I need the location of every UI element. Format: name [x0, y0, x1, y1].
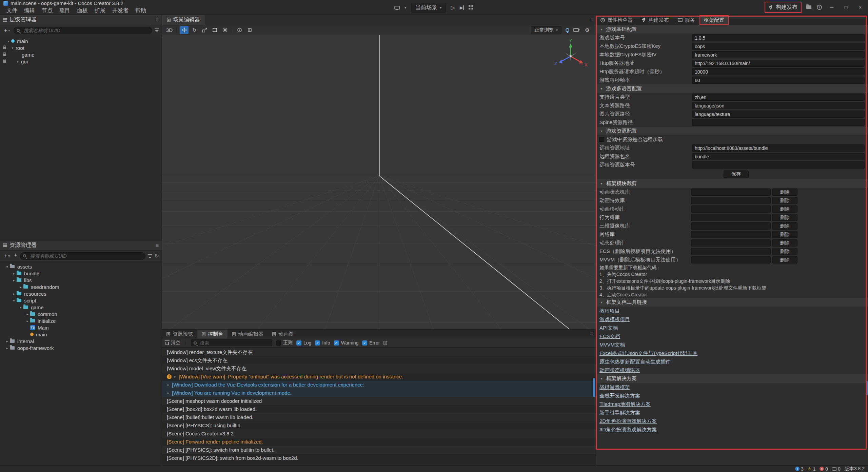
delete-button[interactable]: 删除 [772, 239, 797, 247]
inspector-scrollbar[interactable] [866, 381, 868, 395]
close-button[interactable]: × [856, 5, 865, 10]
doc-link[interactable]: 原生包热更新配置自动生成插件 [596, 357, 868, 366]
scene-settings-button[interactable]: ⚙ [583, 26, 592, 34]
doc-link[interactable]: API文档 [596, 323, 868, 332]
tab-animation-graph[interactable]: 动画图 [268, 330, 298, 338]
solution-link[interactable]: Tiledmap地图解决方案 [596, 400, 868, 408]
delete-button[interactable]: 删除 [772, 197, 797, 204]
log-row-link[interactable]: ▸ [Window] Download the Vue Devtools ext… [162, 381, 596, 389]
asset-node-script[interactable]: ▾script [0, 297, 162, 304]
section-basic-config[interactable]: ▾游戏基础配置 [596, 25, 868, 34]
asset-node-main-ts[interactable]: TSMain [0, 324, 162, 331]
asset-node-common[interactable]: ▸common [0, 311, 162, 317]
chevron-right-icon[interactable]: ▸ [25, 312, 30, 316]
console-scrollbar[interactable] [593, 378, 595, 397]
tab-framework-config[interactable]: 框架配置 [699, 15, 729, 25]
console-search-input[interactable] [191, 339, 272, 346]
light-toggle-icon[interactable] [566, 28, 569, 32]
orientation-gizmo[interactable]: Y X Z [550, 38, 591, 75]
http-server-input[interactable] [692, 60, 865, 67]
crypto-key-input[interactable] [692, 43, 865, 50]
http-timeout-input[interactable] [692, 68, 865, 75]
scene-viewport[interactable]: Y X Z [162, 35, 596, 329]
doc-link[interactable]: 游戏模板项目 [596, 315, 868, 323]
scene-editor-tab[interactable]: 场景编辑器 [162, 15, 205, 25]
menu-project[interactable]: 项目 [56, 7, 73, 14]
spine-path-input[interactable] [692, 119, 865, 126]
open-log-file-icon[interactable] [383, 341, 387, 345]
log-row-warning[interactable]: [Scene] Forward render pipeline initiali… [162, 438, 596, 446]
status-message-counter[interactable]: 0 [832, 466, 841, 472]
log-row-warning[interactable]: ▸ [Window] [Vue warn]: Property "onInput… [162, 373, 596, 381]
pivot-toggle-button[interactable] [235, 26, 244, 34]
tab-animation-editor[interactable]: 动画编辑器 [228, 330, 268, 338]
section-module-trim[interactable]: ▾框架模块裁剪 [596, 179, 868, 188]
filter-info-checkbox[interactable]: Info [315, 340, 330, 346]
remote-url-input[interactable] [692, 144, 865, 152]
languages-input[interactable] [692, 94, 865, 101]
menu-edit[interactable]: 编辑 [21, 7, 38, 14]
solution-link[interactable]: 2D角色扮演游戏解决方案 [596, 417, 868, 425]
log-row[interactable]: [Window] ecs文件夹不存在 [162, 356, 596, 365]
remote-load-checkbox[interactable] [599, 137, 604, 142]
menu-file[interactable]: 文件 [3, 7, 20, 14]
asset-node-oops-framework[interactable]: ▸oops-framework [0, 345, 162, 351]
filter-icon[interactable] [148, 254, 152, 258]
log-row[interactable]: [Scene] [box2d]:box2d wasm lib loaded. [162, 405, 596, 413]
view-mode-dropdown[interactable]: 正常浏览 ▾ [531, 26, 561, 34]
section-doc-links[interactable]: ▾框架文档工具链接 [596, 298, 868, 307]
import-icon[interactable] [14, 254, 18, 258]
asset-node-game[interactable]: ▾game [0, 304, 162, 311]
section-resource-config[interactable]: ▾游戏资源配置 [596, 127, 868, 135]
tab-property-inspector[interactable]: 属性检查器 [596, 15, 637, 25]
open-folder-icon[interactable] [806, 5, 811, 9]
tab-service[interactable]: 服务 [673, 15, 699, 25]
doc-link[interactable]: MVVM文档 [596, 340, 868, 349]
chevron-right-icon[interactable]: ▸ [25, 319, 30, 323]
asset-node-initialize[interactable]: ▸initialize [0, 317, 162, 324]
status-error-counter[interactable]: 0 [820, 466, 828, 472]
section-solutions[interactable]: ▾框架解决方案 [596, 374, 868, 383]
chevron-right-icon[interactable]: ▸ [12, 278, 16, 282]
log-row[interactable]: [Window] render_texture文件夹不存在 [162, 348, 596, 356]
remote-bundle-input[interactable] [692, 153, 865, 160]
filter-warning-checkbox[interactable]: Warning [334, 340, 359, 346]
lock-icon[interactable] [3, 47, 6, 49]
tab-asset-preview[interactable]: 资源预览 [162, 330, 197, 338]
solution-link[interactable]: 3D角色扮演游戏解决方案 [596, 425, 868, 434]
chevron-right-icon[interactable]: ▸ [174, 373, 177, 381]
asset-node-bundle[interactable]: ▸bundle [0, 270, 162, 277]
log-row[interactable]: [Scene] Cocos Creator v3.8.2 [162, 430, 596, 438]
delete-button[interactable]: 删除 [772, 222, 797, 230]
clear-console-button[interactable]: 清空 [165, 340, 180, 346]
menu-node[interactable]: 节点 [39, 7, 56, 14]
camera-preview-icon[interactable] [573, 28, 579, 32]
chevron-right-icon[interactable]: ▸ [5, 346, 9, 350]
hierarchy-search-input[interactable] [14, 27, 152, 34]
lock-icon[interactable] [3, 54, 6, 56]
layout-grid-icon[interactable] [469, 5, 471, 7]
chevron-right-icon[interactable]: ▸ [18, 285, 23, 289]
doc-link[interactable]: Excel格式转Json文件与TypeScript代码工具 [596, 349, 868, 357]
ui-tool-button[interactable] [220, 26, 229, 34]
filter-icon[interactable] [155, 28, 159, 32]
delete-button[interactable]: 删除 [772, 189, 797, 196]
menu-developer[interactable]: 开发者 [109, 7, 132, 14]
preview-device-icon[interactable] [394, 6, 400, 9]
log-row[interactable]: [Scene] [bullet]:bullet wasm lib loaded. [162, 413, 596, 421]
solution-link[interactable]: 新手引导解决方案 [596, 408, 868, 417]
refresh-icon[interactable]: ↻ [155, 253, 159, 259]
status-warning-counter[interactable]: ⚠1 [808, 466, 815, 472]
filter-error-checkbox[interactable]: Error [362, 340, 380, 346]
asset-node-internal[interactable]: ▸internal [0, 338, 162, 345]
delete-button[interactable]: 删除 [772, 231, 797, 238]
hierarchy-node-gui[interactable]: ▸ gui [0, 58, 162, 65]
scale-tool-button[interactable] [200, 26, 209, 34]
menu-help[interactable]: 帮助 [132, 7, 149, 14]
step-button[interactable]: ▶ [460, 5, 464, 10]
regex-checkbox[interactable]: 正则 [276, 340, 293, 346]
hierarchy-node-root[interactable]: ▾ root [0, 44, 162, 51]
log-row[interactable]: [Scene] meshopt wasm decoder initialized [162, 397, 596, 405]
asset-node-libs[interactable]: ▸libs [0, 277, 162, 283]
asset-node-assets[interactable]: ▾assets [0, 263, 162, 270]
